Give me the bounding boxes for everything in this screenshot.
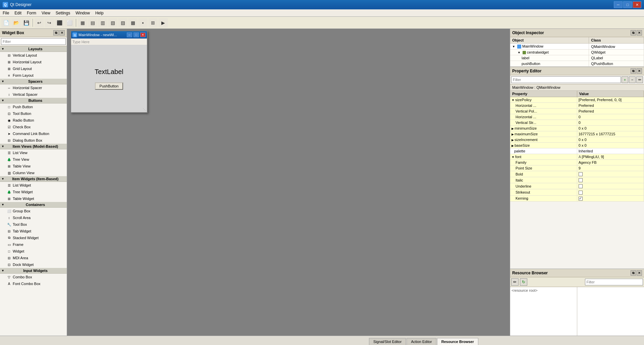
item-grid-layout[interactable]: ⊞ Grid Layout — [0, 65, 67, 72]
section-item-views[interactable]: ▼ Item Views (Model-Based) — [0, 144, 67, 149]
kerning-checkbox[interactable] — [579, 197, 583, 201]
pe-filter-input[interactable] — [511, 76, 621, 83]
pe-close-btn[interactable]: ✕ — [637, 68, 642, 74]
section-containers[interactable]: ▼ Containers — [0, 202, 67, 208]
section-input-widgets[interactable]: ▼ Input Widgets — [0, 268, 67, 274]
menu-settings[interactable]: Settings — [53, 9, 73, 17]
item-tree-view[interactable]: 🌲 Tree View — [0, 156, 67, 163]
pe-row-italic[interactable]: Italic — [510, 177, 644, 183]
pe-row-horizontal-policy[interactable]: Horizontal ... Preferred — [510, 103, 644, 109]
pe-row-horizontal-stretch[interactable]: Horizontal ... 0 — [510, 114, 644, 120]
menu-edit[interactable]: Edit — [12, 9, 24, 17]
pe-row-strikeout[interactable]: Strikeout — [510, 189, 644, 195]
underline-checkbox[interactable] — [579, 184, 583, 188]
toolbar-layout6[interactable]: ▩ — [128, 18, 138, 27]
rb-close-btn[interactable]: ✕ — [637, 270, 642, 276]
item-tab-widget[interactable]: ⊟ Tab Widget — [0, 228, 67, 234]
item-radio-button[interactable]: ◉ Radio Button — [0, 117, 67, 124]
pe-edit-btn[interactable]: ✏ — [636, 76, 643, 83]
item-column-view[interactable]: ▥ Column View — [0, 169, 67, 176]
form-text-label[interactable]: TextLabel — [95, 68, 123, 76]
form-resize-handle[interactable]: ⋱ — [143, 108, 146, 112]
pe-add-btn[interactable]: + — [622, 76, 628, 83]
section-item-widgets[interactable]: ▼ Item Widgets (Item-Based) — [0, 176, 67, 182]
toolbar-action4[interactable]: ⬜ — [65, 18, 74, 27]
toolbar-layout8[interactable]: ⊞ — [148, 18, 158, 27]
item-table-widget[interactable]: ⊞ Table Widget — [0, 195, 67, 202]
rb-float-btn[interactable]: ⧉ — [631, 270, 636, 276]
pe-row-sizepolicy[interactable]: ▼sizePolicy [Preferred, Preferred, 0, 0] — [510, 97, 644, 103]
item-command-link-button[interactable]: ➤ Command Link Button — [0, 130, 67, 137]
maximize-button[interactable]: □ — [623, 1, 632, 8]
item-form-layout[interactable]: ≡ Form Layout — [0, 72, 67, 79]
pe-float-btn[interactable]: ⧉ — [631, 68, 636, 74]
italic-checkbox[interactable] — [579, 178, 583, 182]
oi-row-label[interactable]: label QLabel — [510, 55, 644, 61]
menu-form[interactable]: Form — [24, 9, 39, 17]
item-tree-widget[interactable]: 🌲 Tree Widget — [0, 189, 67, 195]
item-vertical-spacer[interactable]: ↕ Vertical Spacer — [0, 91, 67, 98]
item-widget[interactable]: □ Widget — [0, 248, 67, 255]
toolbar-layout3[interactable]: ▥ — [98, 18, 107, 27]
widget-box-float-btn[interactable]: ⧉ — [53, 30, 59, 36]
toolbar-open[interactable]: 📂 — [11, 18, 21, 27]
item-list-view[interactable]: ☰ List View — [0, 149, 67, 156]
item-stacked-widget[interactable]: ⧉ Stacked Widget — [0, 234, 67, 241]
toolbar-layout5[interactable]: ▨ — [118, 18, 127, 27]
menu-file[interactable]: File — [0, 9, 12, 17]
oi-close-btn[interactable]: ✕ — [637, 30, 642, 36]
item-horizontal-layout[interactable]: ⊞ Horizontal Layout — [0, 59, 67, 65]
widget-filter-input[interactable] — [1, 38, 66, 45]
item-group-box[interactable]: ⬜ Group Box — [0, 208, 67, 214]
pe-row-kerning[interactable]: Kerning — [510, 195, 644, 201]
canvas-area[interactable]: Q MainWindow - newWi... ─ □ ✕ Type Here … — [67, 29, 510, 336]
toolbar-save[interactable]: 💾 — [21, 18, 31, 27]
pe-row-font[interactable]: ▼font A [PMingLiU, 9] — [510, 154, 644, 160]
item-combo-box[interactable]: ▽ Combo Box — [0, 274, 67, 280]
pe-row-pointsize[interactable]: Point Size 9 — [510, 165, 644, 171]
menu-view[interactable]: View — [39, 9, 53, 17]
form-body[interactable]: TextLabel PushButton ⋱ — [71, 45, 147, 112]
item-font-combo-box[interactable]: A Font Combo Box — [0, 280, 67, 287]
pe-row-vertical-policy[interactable]: Vertical Pol... Preferred — [510, 109, 644, 114]
toolbar-layout2[interactable]: ▤ — [88, 18, 97, 27]
item-check-box[interactable]: ☑ Check Box — [0, 124, 67, 130]
form-menu-bar[interactable]: Type Here — [71, 39, 147, 45]
item-scroll-area[interactable]: ↕ Scroll Area — [0, 214, 67, 221]
oi-float-btn[interactable]: ⧉ — [631, 30, 636, 36]
pe-row-minsize[interactable]: ▶minimumSize 0 x 0 — [510, 126, 644, 131]
tab-action-editor[interactable]: Action Editor — [407, 338, 436, 345]
widget-box-close-btn[interactable]: ✕ — [59, 30, 65, 36]
toolbar-action3[interactable]: ⬛ — [55, 18, 64, 27]
toolbar-preview[interactable]: ▶ — [158, 18, 168, 27]
menu-window[interactable]: Window — [73, 9, 93, 17]
pe-row-maxsize[interactable]: ▶maximumSize 16777215 x 16777215 — [510, 131, 644, 137]
tab-signal-slot[interactable]: Signal/Slot Editor — [369, 338, 406, 345]
toolbar-layout7[interactable]: ▪ — [138, 18, 148, 27]
item-mdi-area[interactable]: ⊟ MDI Area — [0, 255, 67, 261]
pe-row-family[interactable]: Family Agency FB — [510, 160, 644, 165]
section-layouts[interactable]: ▼ Layouts — [0, 46, 67, 52]
bold-checkbox[interactable] — [579, 172, 583, 176]
pe-row-vertical-stretch[interactable]: Vertical Str... 0 — [510, 120, 644, 126]
close-button[interactable]: ✕ — [633, 1, 641, 8]
item-vertical-layout[interactable]: ⊟ Vertical Layout — [0, 52, 67, 59]
rb-filter-input[interactable] — [585, 279, 643, 285]
item-tool-box[interactable]: 🔧 Tool Box — [0, 221, 67, 228]
oi-row-mainwindow[interactable]: ▼ MainWindow QMainWindow — [510, 44, 644, 50]
item-table-view[interactable]: ⊞ Table View — [0, 163, 67, 169]
item-horizontal-spacer[interactable]: ↔ Horizontal Spacer — [0, 84, 67, 91]
rb-tree[interactable]: <resource root> — [510, 287, 577, 336]
strikeout-checkbox[interactable] — [579, 191, 583, 195]
toolbar-redo[interactable]: ↪ — [45, 18, 54, 27]
toolbar-new[interactable]: 📄 — [1, 18, 11, 27]
menu-help[interactable]: Help — [93, 9, 106, 17]
tab-resource-browser[interactable]: Resource Browser — [437, 338, 478, 345]
item-push-button[interactable]: □ Push Button — [0, 104, 67, 110]
pe-remove-btn[interactable]: − — [629, 76, 636, 83]
form-minimize-btn[interactable]: ─ — [127, 32, 132, 37]
pe-row-underline[interactable]: Underline — [510, 183, 644, 189]
pe-row-palette[interactable]: palette Inherited — [510, 148, 644, 154]
oi-row-centralwidget[interactable]: ▼ centralwidget QWidget — [510, 50, 644, 55]
form-close-btn[interactable]: ✕ — [140, 32, 146, 37]
